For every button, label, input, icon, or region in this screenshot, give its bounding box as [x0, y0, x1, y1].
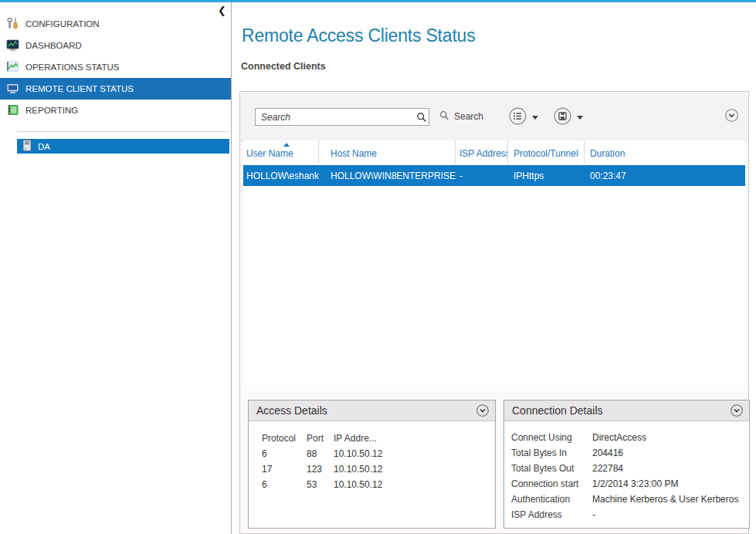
search-icon[interactable] [416, 112, 427, 126]
access-table-header: Protocol Port IP Addre... [262, 431, 495, 446]
sidebar-item-label: CONFIGURATION [25, 19, 100, 29]
sidebar-item-label: REMOTE CLIENT STATUS [25, 84, 134, 93]
dashboard-icon [6, 39, 19, 53]
export-dropdown[interactable] [554, 107, 583, 128]
page-title: Remote Access Clients Status [242, 25, 475, 46]
sidebar-item-configuration[interactable]: CONFIGURATION [0, 13, 231, 35]
column-header-isp-address[interactable]: ISP Address [456, 140, 508, 164]
search-input[interactable] [255, 108, 429, 126]
access-col-protocol: Protocol [262, 433, 307, 444]
panel-collapse-button[interactable] [731, 404, 743, 419]
client-protocol-tunnel: IPHttps [508, 171, 585, 181]
client-row-selected[interactable]: HOLLOW\eshanks HOLLOW\WIN8ENTERPRISE$ - … [243, 165, 745, 186]
sidebar-item-label: REPORTING [25, 106, 78, 115]
chevron-down-icon [476, 404, 489, 417]
clients-table-header: User Name Host Name ISP Address Protocol… [243, 140, 745, 164]
client-isp-address: - [456, 171, 508, 181]
sidebar-tree-separator [17, 131, 229, 132]
panel-collapse-button[interactable] [476, 404, 489, 419]
access-details-header: Access Details [249, 400, 495, 421]
access-col-ip: IP Addre... [334, 433, 495, 444]
client-duration: 00:23:47 [585, 171, 745, 181]
access-table-row[interactable]: 6 53 10.10.50.12 [262, 477, 495, 492]
search-button[interactable]: Search [439, 110, 483, 123]
sidebar-item-operations-status[interactable]: OPERATIONS STATUS [0, 56, 231, 78]
chevron-down-icon [731, 404, 743, 417]
connection-field: Connection start 1/2/2014 3:23:00 PM [511, 476, 749, 492]
access-table-row[interactable]: 6 88 10.10.50.12 [262, 446, 495, 461]
client-host-name: HOLLOW\WIN8ENTERPRISE$ [319, 171, 456, 181]
chevron-down-icon [725, 109, 738, 122]
save-icon [554, 107, 571, 128]
sidebar-item-label: DASHBOARD [25, 41, 82, 50]
sidebar-main-divider [231, 2, 232, 534]
sidebar-item-reporting[interactable]: REPORTING [0, 100, 231, 121]
access-details-body: Protocol Port IP Addre... 6 88 10.10.50.… [249, 431, 495, 492]
column-header-protocol-tunnel[interactable]: Protocol/Tunnel [508, 140, 585, 164]
sidebar-item-dashboard[interactable]: DASHBOARD [0, 35, 231, 56]
tree-item-label: DA [38, 142, 50, 151]
chevron-down-icon [532, 116, 538, 120]
search-icon [439, 110, 449, 123]
sidebar-item-remote-client-status[interactable]: REMOTE CLIENT STATUS [0, 78, 231, 100]
chevron-down-icon [577, 116, 583, 120]
notebook-icon [6, 103, 19, 118]
column-header-duration[interactable]: Duration [585, 140, 745, 164]
column-header-host-name[interactable]: Host Name [319, 140, 456, 164]
sidebar-tree-item-da[interactable]: DA [17, 139, 229, 154]
sort-ascending-icon [283, 143, 290, 147]
access-table-row[interactable]: 17 123 10.10.50.12 [262, 461, 495, 477]
connection-details-title: Connection Details [512, 404, 603, 417]
connected-clients-heading: Connected Clients [241, 61, 326, 72]
panel-collapse-button[interactable] [725, 109, 738, 125]
monitor-icon [6, 82, 19, 96]
connected-clients-panel: Search [239, 91, 749, 534]
tools-icon [6, 17, 19, 32]
connection-field: ISP Address - [511, 507, 749, 522]
operations-chart-icon [6, 60, 19, 75]
connection-details-body: Connect Using DirectAccess Total Bytes I… [504, 430, 749, 522]
connection-field: Total Bytes In 204416 [511, 445, 749, 461]
clients-toolbar: Search [240, 92, 748, 141]
client-user-name: HOLLOW\eshanks [243, 171, 319, 181]
search-button-label: Search [454, 111, 483, 122]
connection-details-header: Connection Details [504, 400, 749, 421]
access-details-title: Access Details [256, 404, 327, 417]
column-header-user-name[interactable]: User Name [243, 140, 319, 164]
sidebar-item-label: OPERATIONS STATUS [25, 63, 119, 72]
access-details-panel: Access Details Protocol Port IP Addre... [248, 400, 496, 529]
connection-field: Connect Using DirectAccess [511, 430, 749, 445]
navigation-sidebar: ❮ CONFIGURATION [0, 2, 231, 534]
connection-details-panel: Connection Details Connect Using DirectA… [503, 400, 750, 529]
access-col-port: Port [307, 433, 334, 444]
list-view-icon [509, 107, 527, 128]
server-icon [22, 140, 32, 153]
view-options-dropdown[interactable] [509, 107, 538, 128]
connection-field: Total Bytes Out 222784 [511, 461, 749, 476]
clients-list: User Name Host Name ISP Address Protocol… [243, 140, 745, 384]
sidebar-nav: CONFIGURATION DASHBOARD [0, 13, 231, 121]
connection-field: Authentication Machine Kerberos & User K… [511, 492, 749, 507]
